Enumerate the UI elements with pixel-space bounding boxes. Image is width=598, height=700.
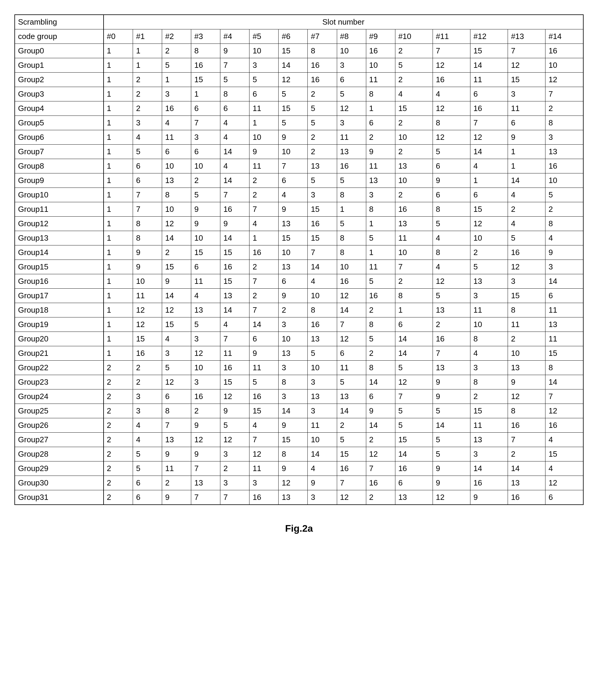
- cell-value: 7: [366, 461, 395, 476]
- cell-value: 14: [220, 145, 249, 159]
- cell-value: 11: [249, 101, 279, 116]
- cell-value: 13: [470, 433, 508, 447]
- cell-value: 16: [337, 159, 366, 173]
- cell-value: 5: [337, 433, 366, 447]
- cell-value: 2: [308, 87, 337, 101]
- cell-value: 3: [162, 346, 191, 361]
- cell-value: 7: [220, 188, 249, 202]
- cell-value: 2: [162, 44, 191, 58]
- corner-header-top: Scrambling: [15, 15, 103, 29]
- cell-value: 14: [366, 375, 395, 390]
- cell-value: 5: [249, 375, 279, 390]
- cell-value: 13: [395, 159, 433, 173]
- scrambling-code-table: Scrambling Slot number code group #0#1#2…: [15, 15, 583, 505]
- cell-value: 16: [308, 217, 337, 231]
- cell-value: 15: [470, 404, 508, 418]
- cell-value: 3: [508, 87, 546, 101]
- cell-value: 10: [395, 130, 433, 145]
- cell-value: 15: [220, 245, 249, 260]
- cell-value: 5: [433, 145, 470, 159]
- column-header: #0: [103, 29, 133, 44]
- cell-value: 13: [191, 303, 220, 318]
- cell-value: 12: [191, 433, 220, 447]
- cell-value: 5: [366, 274, 395, 289]
- cell-value: 2: [433, 318, 470, 332]
- cell-value: 6: [220, 101, 249, 116]
- table-row: Group1811212131472814211311811: [15, 303, 583, 318]
- cell-value: 4: [433, 231, 470, 245]
- cell-value: 7: [337, 318, 366, 332]
- cell-value: 4: [308, 461, 337, 476]
- cell-value: 6: [279, 274, 308, 289]
- cell-value: 2: [103, 461, 133, 476]
- cell-value: 5: [308, 346, 337, 361]
- cell-value: 13: [433, 361, 470, 375]
- cell-value: 12: [433, 490, 470, 505]
- cell-value: 1: [103, 260, 133, 274]
- cell-value: 11: [508, 318, 546, 332]
- cell-value: 8: [366, 318, 395, 332]
- cell-value: 15: [546, 447, 583, 461]
- cell-value: 11: [366, 73, 395, 87]
- cell-value: 10: [337, 44, 366, 58]
- cell-value: 1: [103, 332, 133, 346]
- cell-value: 10: [337, 260, 366, 274]
- cell-value: 9: [162, 274, 191, 289]
- group-label: Group14: [15, 245, 103, 260]
- cell-value: 8: [366, 361, 395, 375]
- cell-value: 11: [133, 289, 162, 303]
- cell-value: 6: [337, 73, 366, 87]
- cell-value: 2: [366, 490, 395, 505]
- cell-value: 10: [162, 202, 191, 217]
- cell-value: 3: [133, 116, 162, 130]
- group-label: Group25: [15, 404, 103, 418]
- cell-value: 9: [508, 130, 546, 145]
- cell-value: 11: [249, 159, 279, 173]
- cell-value: 2: [133, 361, 162, 375]
- cell-value: 5: [133, 447, 162, 461]
- cell-value: 7: [191, 461, 220, 476]
- table-row: Group29251172119416716914144: [15, 461, 583, 476]
- cell-value: 7: [191, 116, 220, 130]
- cell-value: 8: [308, 44, 337, 58]
- cell-value: 1: [470, 173, 508, 188]
- cell-value: 8: [508, 303, 546, 318]
- cell-value: 15: [191, 73, 220, 87]
- cell-value: 2: [133, 101, 162, 116]
- column-header: #1: [133, 29, 162, 44]
- cell-value: 1: [103, 188, 133, 202]
- table-row: Group191121554143167862101113: [15, 318, 583, 332]
- cell-value: 2: [103, 361, 133, 375]
- cell-value: 14: [337, 303, 366, 318]
- table-row: Group28259931281415121453215: [15, 447, 583, 461]
- table-row: Group14192151516107811082169: [15, 245, 583, 260]
- cell-value: 6: [133, 173, 162, 188]
- cell-value: 16: [249, 390, 279, 404]
- cell-value: 6: [133, 490, 162, 505]
- cell-value: 2: [133, 375, 162, 390]
- cell-value: 16: [191, 390, 220, 404]
- cell-value: 5: [337, 173, 366, 188]
- cell-value: 11: [470, 73, 508, 87]
- cell-value: 9: [191, 217, 220, 231]
- cell-value: 2: [395, 274, 433, 289]
- cell-value: 4: [508, 217, 546, 231]
- cell-value: 2: [279, 303, 308, 318]
- cell-value: 3: [191, 375, 220, 390]
- cell-value: 13: [308, 159, 337, 173]
- cell-value: 1: [103, 217, 133, 231]
- cell-value: 3: [279, 318, 308, 332]
- group-label: Group13: [15, 231, 103, 245]
- group-label: Group3: [15, 87, 103, 101]
- cell-value: 4: [308, 274, 337, 289]
- cell-value: 1: [103, 202, 133, 217]
- cell-value: 5: [308, 116, 337, 130]
- cell-value: 4: [508, 188, 546, 202]
- cell-value: 9: [279, 461, 308, 476]
- cell-value: 5: [433, 217, 470, 231]
- cell-value: 16: [366, 289, 395, 303]
- cell-value: 4: [220, 318, 249, 332]
- column-header: #10: [395, 29, 433, 44]
- cell-value: 10: [162, 159, 191, 173]
- table-row: Group30262133312971669161312: [15, 476, 583, 490]
